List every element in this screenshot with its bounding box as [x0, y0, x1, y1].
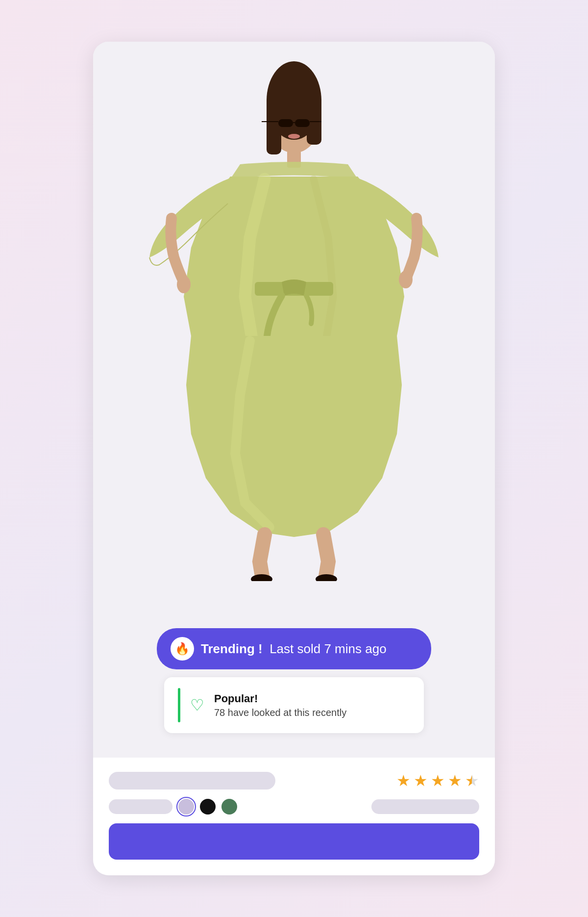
svg-point-17 [177, 276, 191, 293]
product-name [109, 772, 275, 790]
price [109, 799, 172, 814]
trending-text: Trending ! Last sold 7 mins ago [201, 641, 387, 657]
product-image-area: 🔥 Trending ! Last sold 7 mins ago ♡ Popu… [93, 42, 495, 758]
star-rating: ★★★★★ [396, 771, 479, 790]
product-info-row: ★★★★★ [109, 771, 479, 790]
star-5: ★ [465, 771, 479, 790]
trending-badge: 🔥 Trending ! Last sold 7 mins ago [157, 628, 431, 669]
svg-point-18 [399, 271, 413, 288]
popular-left-accent [178, 688, 180, 722]
fire-icon: 🔥 [175, 642, 190, 656]
star-4: ★ [448, 771, 462, 790]
svg-rect-7 [278, 119, 293, 127]
add-to-cart-button[interactable] [109, 823, 479, 860]
svg-rect-8 [295, 119, 310, 127]
trending-icon-circle: 🔥 [171, 637, 194, 661]
product-card: 🔥 Trending ! Last sold 7 mins ago ♡ Popu… [93, 42, 495, 875]
popular-card: ♡ Popular! 78 have looked at this recent… [164, 677, 424, 733]
star-1: ★ [396, 771, 411, 790]
color-swatch-lilac[interactable] [178, 799, 194, 815]
svg-rect-4 [307, 96, 321, 145]
options-row [109, 799, 479, 815]
price-and-colors [109, 799, 237, 815]
star-3: ★ [431, 771, 445, 790]
size-selector[interactable] [371, 799, 479, 814]
popular-subtitle: 78 have looked at this recently [214, 707, 346, 718]
color-swatch-black[interactable] [200, 799, 216, 815]
popular-text-block: Popular! 78 have looked at this recently [214, 692, 346, 718]
svg-point-12 [288, 134, 300, 139]
bottom-panel: ★★★★★ [93, 758, 495, 875]
popular-title: Popular! [214, 692, 346, 705]
heart-icon: ♡ [190, 696, 204, 714]
model-image [93, 42, 495, 581]
star-2: ★ [414, 771, 428, 790]
color-swatch-green[interactable] [221, 799, 237, 815]
